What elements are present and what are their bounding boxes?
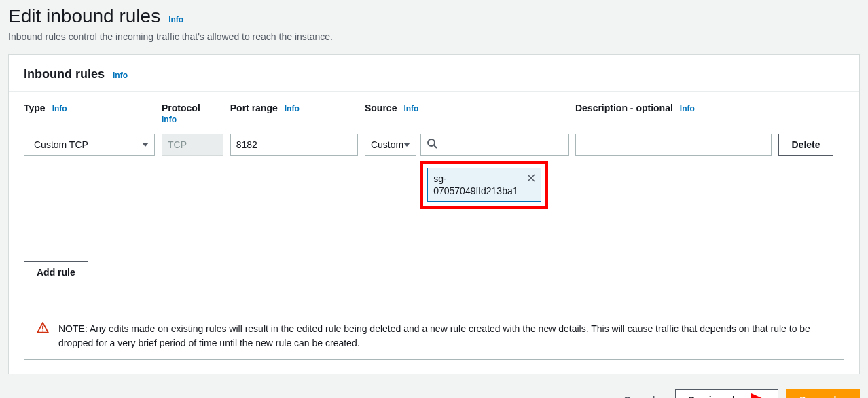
description-input[interactable] bbox=[575, 134, 772, 156]
source-type-select[interactable]: Custom bbox=[365, 134, 416, 156]
footer-actions: Cancel Preview changes Save rules bbox=[0, 374, 868, 398]
inbound-rules-panel: Inbound rules Info Type Info Custom TCP … bbox=[8, 54, 860, 374]
chevron-down-icon bbox=[403, 143, 410, 147]
protocol-value: TCP bbox=[168, 139, 187, 150]
source-token-value: sg-07057049ffd213ba1 bbox=[433, 173, 518, 196]
search-icon bbox=[427, 138, 437, 151]
note-text: NOTE: Any edits made on existing rules w… bbox=[58, 322, 831, 350]
column-header-blank bbox=[778, 103, 844, 124]
column-header-port: Port range Info bbox=[230, 103, 358, 124]
type-info-link[interactable]: Info bbox=[52, 104, 67, 113]
close-icon[interactable] bbox=[526, 173, 537, 183]
port-input[interactable]: 8182 bbox=[230, 134, 358, 156]
panel-header: Inbound rules Info bbox=[9, 55, 859, 92]
svg-line-1 bbox=[434, 145, 437, 148]
add-rule-button[interactable]: Add rule bbox=[24, 261, 88, 283]
page-subtitle: Inbound rules control the incoming traff… bbox=[8, 31, 860, 42]
warning-icon bbox=[37, 322, 49, 350]
delete-button[interactable]: Delete bbox=[778, 134, 833, 156]
port-info-link[interactable]: Info bbox=[285, 104, 300, 113]
note-box: NOTE: Any edits made on existing rules w… bbox=[24, 312, 844, 360]
page-title: Edit inbound rules Info bbox=[8, 5, 860, 27]
type-select-value: Custom TCP bbox=[34, 139, 88, 150]
panel-info-link[interactable]: Info bbox=[113, 71, 128, 80]
source-search-input[interactable] bbox=[420, 134, 569, 156]
cancel-button[interactable]: Cancel bbox=[611, 389, 667, 398]
page-title-info-link[interactable]: Info bbox=[168, 15, 183, 24]
panel-title: Inbound rules bbox=[24, 67, 105, 82]
column-header-description: Description - optional Info bbox=[575, 103, 772, 124]
protocol-info-link[interactable]: Info bbox=[162, 115, 177, 124]
column-header-source: Source Info bbox=[365, 103, 568, 124]
page-title-text: Edit inbound rules bbox=[8, 5, 160, 27]
type-select[interactable]: Custom TCP bbox=[24, 134, 155, 156]
column-header-protocol: Protocol Info bbox=[162, 103, 223, 124]
svg-point-6 bbox=[42, 331, 43, 332]
protocol-field: TCP bbox=[162, 134, 223, 156]
port-value: 8182 bbox=[236, 139, 257, 150]
chevron-down-icon bbox=[142, 143, 149, 147]
preview-changes-button[interactable]: Preview changes bbox=[675, 389, 778, 398]
source-token: sg-07057049ffd213ba1 bbox=[427, 168, 541, 202]
source-search-field[interactable] bbox=[441, 139, 563, 151]
svg-point-0 bbox=[428, 139, 435, 146]
save-rules-button[interactable]: Save rules bbox=[786, 389, 860, 398]
column-header-type: Type Info bbox=[24, 103, 155, 124]
description-info-link[interactable]: Info bbox=[680, 104, 695, 113]
source-info-link[interactable]: Info bbox=[403, 104, 418, 113]
source-type-value: Custom bbox=[371, 139, 403, 150]
highlight-annotation: sg-07057049ffd213ba1 bbox=[420, 161, 548, 209]
